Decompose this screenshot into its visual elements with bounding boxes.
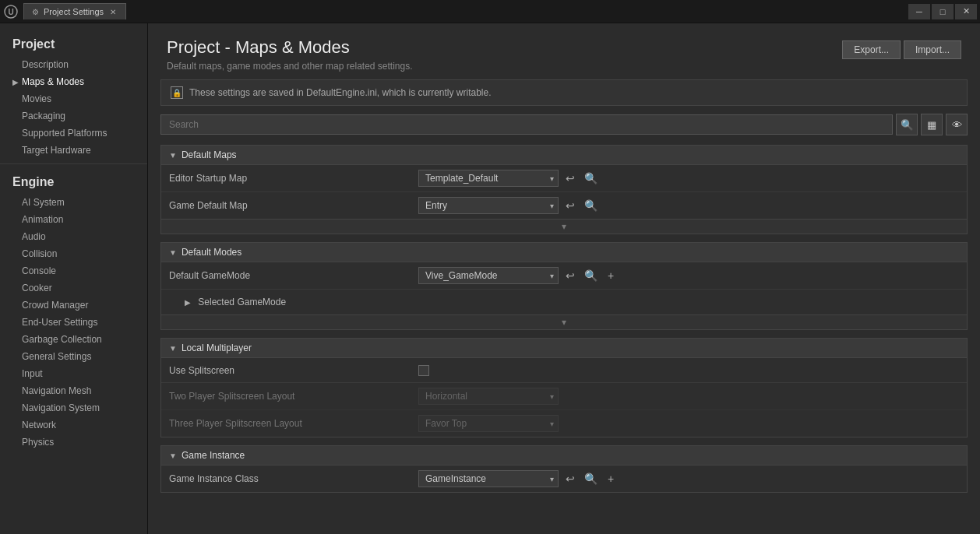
grid-view-icon: ▦ — [927, 119, 936, 131]
default-gamemode-add-btn[interactable]: + — [602, 267, 619, 284]
game-instance-class-control: GameInstance ↩ 🔍 + — [418, 470, 959, 487]
default-gamemode-label: Default GameMode — [169, 270, 418, 281]
local-multiplayer-body: Use Splitscreen Two Player Splitscreen L… — [160, 358, 968, 437]
editor-startup-map-dropdown[interactable]: Template_Default — [418, 170, 559, 187]
default-gamemode-reset-btn[interactable]: ↩ — [562, 267, 579, 284]
three-player-dropdown-wrapper: Favor Top — [418, 415, 559, 432]
game-instance-reset-btn[interactable]: ↩ — [562, 470, 579, 487]
sidebar-item-description[interactable]: Description — [0, 56, 147, 73]
game-instance-body: Game Instance Class GameInstance ↩ 🔍 + — [160, 465, 968, 493]
use-splitscreen-row: Use Splitscreen — [161, 358, 967, 383]
main-content: Project - Maps & Modes Default maps, gam… — [148, 23, 980, 534]
settings-area: ▼ Default Maps Editor Startup Map Templa… — [160, 145, 968, 493]
page-header-text: Project - Maps & Modes Default maps, gam… — [167, 37, 413, 72]
sidebar-divider — [0, 163, 147, 164]
eye-toggle-button[interactable]: 👁 — [946, 114, 968, 135]
search-button[interactable]: 🔍 — [896, 114, 918, 135]
tab-label: Project Settings — [44, 7, 104, 16]
default-modes-title: Default Modes — [182, 247, 241, 258]
use-splitscreen-label: Use Splitscreen — [169, 365, 418, 376]
search-bar: 🔍 ▦ 👁 — [160, 114, 968, 135]
game-default-browse-btn[interactable]: 🔍 — [582, 197, 599, 214]
game-instance-header[interactable]: ▼ Game Instance — [160, 445, 968, 465]
header-buttons: Export... Import... — [842, 40, 961, 59]
use-splitscreen-checkbox[interactable] — [418, 365, 429, 376]
default-modes-collapse-row: ▾ — [160, 315, 968, 330]
sidebar-item-garbage-collection[interactable]: Garbage Collection — [0, 331, 147, 348]
sidebar-item-cooker[interactable]: Cooker — [0, 279, 147, 297]
two-player-splitscreen-dropdown[interactable]: Horizontal — [418, 388, 559, 405]
window-controls: ─ □ ✕ — [908, 4, 977, 19]
game-default-map-control: Entry ↩ 🔍 — [418, 197, 959, 214]
default-maps-collapse-icon[interactable]: ▾ — [562, 221, 566, 232]
game-instance-collapse-icon: ▼ — [169, 451, 177, 460]
sidebar-item-collision[interactable]: Collision — [0, 245, 147, 262]
close-btn[interactable]: ✕ — [955, 4, 977, 19]
sidebar-item-navigation-system[interactable]: Navigation System — [0, 399, 147, 416]
default-modes-collapse-arrow[interactable]: ▾ — [562, 317, 566, 328]
sidebar-item-supported-platforms[interactable]: Supported Platforms — [0, 125, 147, 142]
sidebar-item-packaging[interactable]: Packaging — [0, 107, 147, 125]
tab-close-btn[interactable]: ✕ — [108, 8, 118, 16]
sidebar: Project Description ▶ Maps & Modes Movie… — [0, 23, 148, 534]
sidebar-item-end-user-settings[interactable]: End-User Settings — [0, 314, 147, 331]
ue-logo-icon: U — [3, 4, 19, 19]
restore-btn[interactable]: □ — [932, 4, 954, 19]
view-toggle-button[interactable]: ▦ — [921, 114, 943, 135]
sidebar-item-animation[interactable]: Animation — [0, 211, 147, 228]
default-gamemode-dropdown-wrapper: Vive_GameMode — [418, 267, 559, 284]
project-settings-tab[interactable]: ⚙ Project Settings ✕ — [23, 3, 126, 19]
game-instance-class-row: Game Instance Class GameInstance ↩ 🔍 + — [161, 465, 967, 492]
editor-startup-reset-btn[interactable]: ↩ — [562, 170, 579, 187]
info-bar: 🔒 These settings are saved in DefaultEng… — [160, 79, 968, 106]
sidebar-item-maps-modes[interactable]: ▶ Maps & Modes — [0, 73, 147, 90]
sidebar-item-movies[interactable]: Movies — [0, 90, 147, 107]
local-multiplayer-header[interactable]: ▼ Local Multiplayer — [160, 338, 968, 358]
project-section-header: Project — [0, 31, 147, 56]
page-subtitle: Default maps, game modes and other map r… — [167, 61, 413, 72]
sidebar-item-console[interactable]: Console — [0, 262, 147, 279]
game-default-reset-btn[interactable]: ↩ — [562, 197, 579, 214]
info-message: These settings are saved in DefaultEngin… — [189, 87, 492, 98]
sidebar-item-target-hardware[interactable]: Target Hardware — [0, 142, 147, 159]
minimize-btn[interactable]: ─ — [908, 4, 930, 19]
collapse-triangle-icon: ▼ — [169, 151, 177, 160]
default-maps-header[interactable]: ▼ Default Maps — [160, 145, 968, 165]
game-default-dropdown-wrapper: Entry — [418, 197, 559, 214]
import-button[interactable]: Import... — [904, 40, 961, 59]
sidebar-item-ai-system[interactable]: AI System — [0, 194, 147, 211]
selected-gamemode-row: ▶ Selected GameMode — [161, 290, 967, 314]
default-gamemode-dropdown[interactable]: Vive_GameMode — [418, 267, 559, 284]
tab-settings-icon: ⚙ — [32, 8, 39, 16]
default-modes-collapse-icon: ▼ — [169, 248, 177, 257]
sidebar-item-crowd-manager[interactable]: Crowd Manager — [0, 297, 147, 314]
game-default-map-dropdown[interactable]: Entry — [418, 197, 559, 214]
sidebar-item-network[interactable]: Network — [0, 416, 147, 434]
game-instance-class-dropdown[interactable]: GameInstance — [418, 470, 559, 487]
editor-startup-browse-btn[interactable]: 🔍 — [582, 170, 599, 187]
game-instance-browse-btn[interactable]: 🔍 — [582, 470, 599, 487]
sidebar-item-general-settings[interactable]: General Settings — [0, 348, 147, 365]
sidebar-item-navigation-mesh[interactable]: Navigation Mesh — [0, 382, 147, 399]
export-button[interactable]: Export... — [842, 40, 901, 59]
sidebar-item-input[interactable]: Input — [0, 365, 147, 382]
title-bar: U ⚙ Project Settings ✕ ─ □ ✕ — [0, 0, 980, 23]
three-player-splitscreen-dropdown[interactable]: Favor Top — [418, 415, 559, 432]
two-player-splitscreen-control: Horizontal — [418, 388, 959, 405]
selected-gamemode-label: ▶ Selected GameMode — [169, 297, 418, 307]
sidebar-arrow-icon: ▶ — [12, 78, 19, 86]
sidebar-item-physics[interactable]: Physics — [0, 434, 147, 451]
sidebar-item-audio[interactable]: Audio — [0, 228, 147, 245]
three-player-splitscreen-label: Three Player Splitscreen Layout — [169, 418, 418, 429]
game-instance-add-btn[interactable]: + — [602, 470, 619, 487]
info-icon: 🔒 — [171, 86, 183, 99]
two-player-splitscreen-row: Two Player Splitscreen Layout Horizontal — [161, 383, 967, 410]
engine-section-header: Engine — [0, 169, 147, 194]
default-modes-header[interactable]: ▼ Default Modes — [160, 242, 968, 262]
search-input[interactable] — [160, 114, 893, 135]
editor-startup-dropdown-wrapper: Template_Default — [418, 170, 559, 187]
editor-startup-map-label: Editor Startup Map — [169, 173, 418, 184]
eye-icon: 👁 — [952, 119, 962, 131]
use-splitscreen-control — [418, 365, 959, 376]
default-gamemode-browse-btn[interactable]: 🔍 — [582, 267, 599, 284]
